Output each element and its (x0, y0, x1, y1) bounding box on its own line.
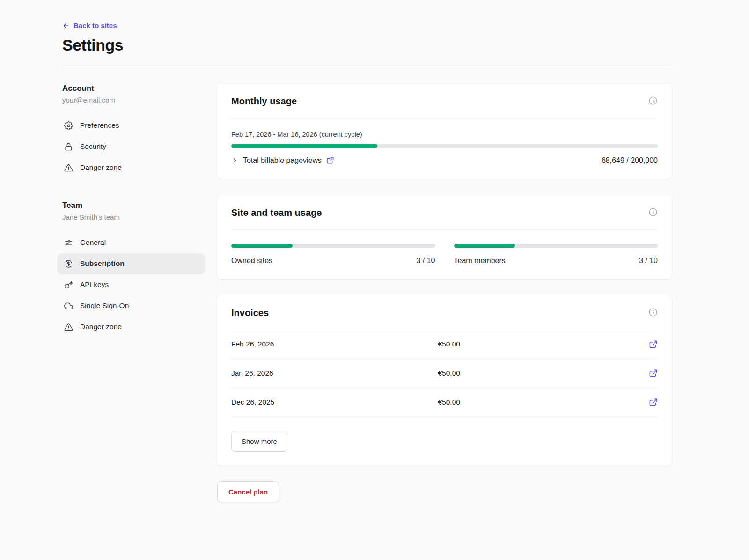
sidebar-item-label: Preferences (80, 121, 119, 130)
sidebar-item-label: Danger zone (80, 163, 122, 172)
invoice-external-link[interactable] (649, 398, 658, 407)
external-link-icon (649, 398, 658, 407)
sidebar-item-general[interactable]: General (57, 232, 205, 253)
team-section: Team Jane Smith's team General Subscript… (62, 201, 205, 338)
cloud-icon (64, 302, 73, 310)
team-members-meter: Team members 3 / 10 (454, 244, 658, 265)
gear-icon (64, 121, 73, 130)
sidebar-item-security[interactable]: Security (57, 136, 205, 157)
card-divider (231, 118, 658, 118)
monthly-usage-card: Monthly usage Feb 17, 2026 - Mar 16, 202… (217, 84, 672, 179)
invoices-title: Invoices (231, 308, 269, 318)
account-section-title: Account (62, 84, 205, 93)
page-title: Settings (62, 36, 672, 54)
team-members-progress-bar (454, 244, 658, 248)
owned-sites-value: 3 / 10 (416, 257, 435, 265)
invoices-info-button[interactable] (648, 308, 658, 317)
account-section: Account your@email.com Preferences Secur… (62, 84, 205, 178)
team-name: Jane Smith's team (62, 213, 205, 221)
team-nav: General Subscription API keys Single Sig… (57, 232, 205, 338)
owned-sites-meter: Owned sites 3 / 10 (231, 244, 435, 265)
team-members-value: 3 / 10 (639, 257, 658, 265)
owned-sites-progress-bar (231, 244, 435, 248)
chevron-right-icon (231, 157, 238, 164)
owned-sites-progress-fill (231, 244, 293, 248)
settings-sidebar: Account your@email.com Preferences Secur… (62, 84, 205, 502)
sidebar-item-label: General (80, 238, 106, 247)
account-email: your@email.com (62, 96, 205, 104)
billable-pageviews-toggle[interactable]: Total billable pageviews (231, 156, 334, 165)
invoice-row: Dec 26, 2025 €50.00 (231, 388, 658, 417)
sidebar-item-label: Security (80, 142, 106, 151)
site-team-usage-title: Site and team usage (231, 207, 322, 218)
invoice-date: Jan 26, 2026 (231, 369, 438, 377)
dollar-refresh-icon (64, 259, 73, 268)
warning-icon (64, 163, 73, 172)
invoice-amount: €50.00 (438, 398, 645, 406)
pageviews-progress-bar (231, 144, 658, 148)
team-section-title: Team (62, 201, 205, 210)
site-team-usage-info-button[interactable] (648, 207, 658, 217)
invoice-external-link[interactable] (649, 369, 658, 378)
invoice-row: Jan 26, 2026 €50.00 (231, 359, 658, 388)
info-icon (648, 96, 658, 105)
sidebar-item-label: API keys (80, 280, 109, 289)
settings-page: Back to sites Settings Account your@emai… (0, 0, 749, 502)
pageviews-progress-fill (231, 144, 377, 148)
sidebar-item-team-danger-zone[interactable]: Danger zone (57, 317, 205, 338)
pageviews-usage-value: 68,649 / 200,000 (602, 156, 658, 165)
invoice-row: Feb 26, 2026 €50.00 (231, 330, 658, 359)
sidebar-item-label: Danger zone (80, 323, 122, 331)
invoice-date: Dec 26, 2025 (231, 398, 438, 406)
sidebar-item-label: Subscription (80, 259, 125, 268)
sidebar-item-preferences[interactable]: Preferences (57, 115, 205, 136)
owned-sites-label: Owned sites (231, 257, 272, 265)
back-to-sites-link[interactable]: Back to sites (62, 22, 117, 29)
sidebar-item-subscription[interactable]: Subscription (57, 253, 205, 274)
sidebar-item-single-sign-on[interactable]: Single Sign-On (57, 295, 205, 317)
sidebar-item-account-danger-zone[interactable]: Danger zone (57, 157, 205, 178)
sidebar-item-api-keys[interactable]: API keys (57, 274, 205, 295)
back-to-sites-label: Back to sites (73, 22, 117, 29)
team-members-progress-fill (454, 244, 515, 248)
account-nav: Preferences Security Danger zone (57, 115, 205, 178)
billing-cycle-label: Feb 17, 2026 - Mar 16, 2026 (current cyc… (231, 131, 658, 138)
info-icon (648, 308, 658, 317)
invoices-card: Invoices Feb 26, 2026 €50.00 Jan 26, 202… (217, 295, 672, 466)
invoice-external-link[interactable] (649, 340, 658, 349)
sliders-icon (64, 238, 73, 247)
monthly-usage-info-button[interactable] (648, 96, 658, 105)
external-link-icon (649, 369, 658, 378)
external-link-icon (649, 340, 658, 349)
show-more-button[interactable]: Show more (231, 431, 287, 452)
header-divider (62, 66, 672, 66)
sidebar-item-label: Single Sign-On (80, 302, 129, 310)
warning-icon (64, 323, 73, 332)
info-icon (648, 207, 658, 217)
subscription-content: Monthly usage Feb 17, 2026 - Mar 16, 202… (217, 84, 672, 502)
monthly-usage-title: Monthly usage (231, 96, 297, 107)
site-team-usage-card: Site and team usage Owned sites 3 / 10 (217, 195, 672, 279)
card-divider (231, 229, 658, 230)
invoice-date: Feb 26, 2026 (231, 340, 438, 348)
team-members-label: Team members (454, 257, 506, 265)
key-icon (64, 280, 73, 289)
lock-icon (64, 142, 73, 151)
billable-pageviews-label: Total billable pageviews (243, 156, 322, 165)
cancel-plan-button[interactable]: Cancel plan (217, 481, 279, 502)
invoice-amount: €50.00 (438, 369, 645, 377)
arrow-left-icon (62, 22, 70, 29)
pageviews-external-link[interactable] (326, 156, 334, 164)
invoice-amount: €50.00 (438, 340, 645, 348)
external-link-icon (326, 156, 334, 164)
